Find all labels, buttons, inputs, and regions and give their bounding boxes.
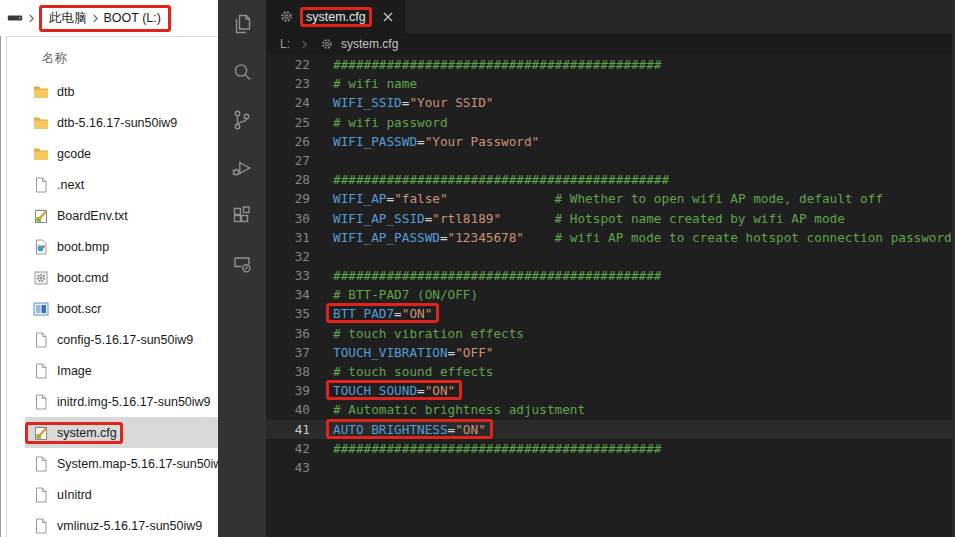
line-number: 31 — [266, 228, 310, 247]
source-control-icon[interactable] — [218, 96, 266, 144]
file-name: .next — [57, 178, 84, 192]
code-line-23[interactable]: 23# wifi name — [266, 74, 952, 93]
file-name: dtb-5.16.17-sun50iw9 — [57, 116, 177, 130]
screen: 此电脑 BOOT (L:) 名称 dtbdtb-5.16.17-sun50iw9… — [0, 0, 955, 537]
code-line-39[interactable]: 39TOUCH_SOUND="ON" — [266, 381, 952, 400]
line-number: 27 — [266, 151, 310, 170]
remote-icon[interactable] — [218, 240, 266, 288]
folder-icon — [33, 115, 49, 131]
code-line-22[interactable]: 22######################################… — [266, 55, 952, 74]
code-line-38[interactable]: 38# touch sound effects — [266, 362, 952, 381]
name-column-header[interactable]: 名称 — [42, 50, 67, 67]
line-number: 32 — [266, 247, 310, 266]
folder-icon — [33, 84, 49, 100]
file-row-vmlinuz-5-16-17-sun50iw9[interactable]: vmlinuz-5.16.17-sun50iw9 — [25, 510, 218, 537]
file-row-gcode[interactable]: gcode — [25, 138, 218, 169]
line-number: 41 — [266, 420, 310, 439]
line-number: 25 — [266, 113, 310, 132]
file-list: dtbdtb-5.16.17-sun50iw9gcode.nextBoardEn… — [0, 76, 218, 537]
file-name: gcode — [57, 147, 91, 161]
file-row-boot-cmd[interactable]: boot.cmd — [25, 262, 218, 293]
line-number: 23 — [266, 74, 310, 93]
file-icon — [33, 332, 49, 348]
file-row--next[interactable]: .next — [25, 169, 218, 200]
drive-icon — [7, 10, 23, 26]
file-name: initrd.img-5.16.17-sun50iw9 — [57, 395, 211, 409]
file-name: BoardEnv.txt — [57, 209, 128, 223]
explorer-address-bar[interactable]: 此电脑 BOOT (L:) — [0, 0, 218, 37]
gear-icon — [319, 36, 335, 52]
extensions-icon[interactable] — [218, 192, 266, 240]
file-row-boot-bmp[interactable]: boot.bmp — [25, 231, 218, 262]
run-debug-icon[interactable] — [218, 144, 266, 192]
code-line-30[interactable]: 30WIFI_AP_SSID="rtl8189" # Hotspot name … — [266, 209, 952, 228]
breadcrumb-drive[interactable]: L: — [280, 37, 290, 51]
gear-icon — [278, 9, 294, 25]
code-line-42[interactable]: 42######################################… — [266, 439, 952, 458]
file-row-dtb-5-16-17-sun50iw9[interactable]: dtb-5.16.17-sun50iw9 — [25, 107, 218, 138]
line-number: 38 — [266, 362, 310, 381]
breadcrumb: 此电脑 BOOT (L:) — [40, 6, 170, 31]
breadcrumb-file[interactable]: system.cfg — [341, 37, 398, 51]
tab-bar: system.cfg — [266, 0, 955, 33]
code-line-28[interactable]: 28######################################… — [266, 170, 952, 189]
code-line-40[interactable]: 40# Automatic brightness adjustment — [266, 400, 952, 419]
activity-bar — [218, 0, 266, 537]
code-line-34[interactable]: 34# BTT-PAD7 (ON/OFF) — [266, 285, 952, 304]
editor-breadcrumb: L: system.cfg — [266, 33, 955, 55]
code-area[interactable]: 22######################################… — [266, 55, 952, 537]
line-number: 30 — [266, 209, 310, 228]
close-icon[interactable] — [381, 10, 395, 24]
tab-label: system.cfg — [301, 8, 371, 26]
code-line-29[interactable]: 29WIFI_AP="false" # Whether to open wifi… — [266, 189, 952, 208]
editor-region: system.cfg L: system.cfg 22#############… — [266, 0, 955, 537]
file-name: system.cfg — [57, 426, 117, 440]
code-line-33[interactable]: 33######################################… — [266, 266, 952, 285]
line-number: 28 — [266, 170, 310, 189]
code-line-31[interactable]: 31WIFI_AP_PASSWD="12345678" # wifi AP mo… — [266, 228, 952, 247]
file-row-boardenv-txt[interactable]: BoardEnv.txt — [25, 200, 218, 231]
file-icon — [33, 456, 49, 472]
file-icon — [33, 518, 49, 534]
code-line-27[interactable]: 27 — [266, 151, 952, 170]
code-line-35[interactable]: 35BTT_PAD7="ON" — [266, 304, 952, 323]
code-line-43[interactable]: 43 — [266, 458, 952, 477]
file-row-system-cfg[interactable]: system.cfg — [25, 417, 218, 448]
file-icon — [33, 177, 49, 193]
tab-system-cfg[interactable]: system.cfg — [266, 0, 405, 33]
chevron-right-icon — [301, 40, 308, 49]
file-name: System.map-5.16.17-sun50iw — [57, 457, 218, 471]
code-line-41[interactable]: 41AUTO_BRIGHTNESS="ON" — [266, 420, 952, 439]
file-name: config-5.16.17-sun50iw9 — [57, 333, 193, 347]
file-row-initrd-img-5-16-17-sun50iw9[interactable]: initrd.img-5.16.17-sun50iw9 — [25, 386, 218, 417]
breadcrumb-boot-drive[interactable]: BOOT (L:) — [104, 11, 161, 25]
file-row-config-5-16-17-sun50iw9[interactable]: config-5.16.17-sun50iw9 — [25, 324, 218, 355]
file-row-boot-scr[interactable]: boot.scr — [25, 293, 218, 324]
search-icon[interactable] — [218, 48, 266, 96]
code-line-32[interactable]: 32 — [266, 247, 952, 266]
line-number: 34 — [266, 285, 310, 304]
code-line-25[interactable]: 25# wifi password — [266, 113, 952, 132]
code-line-37[interactable]: 37TOUCH_VIBRATION="OFF" — [266, 343, 952, 362]
file-name: boot.scr — [57, 302, 101, 316]
line-number: 26 — [266, 132, 310, 151]
line-number: 39 — [266, 381, 310, 400]
file-row-image[interactable]: Image — [25, 355, 218, 386]
file-row-dtb[interactable]: dtb — [25, 76, 218, 107]
chevron-right-icon — [92, 14, 99, 23]
files-icon[interactable] — [218, 0, 266, 48]
line-number: 22 — [266, 55, 310, 74]
file-row-uinitrd[interactable]: uInitrd — [25, 479, 218, 510]
breadcrumb-this-pc[interactable]: 此电脑 — [49, 10, 87, 27]
cmd-icon — [33, 270, 49, 286]
code-line-26[interactable]: 26WIFI_PASSWD="Your Password" — [266, 132, 952, 151]
notepad-icon — [33, 425, 49, 441]
file-name: Image — [57, 364, 92, 378]
line-number: 43 — [266, 458, 310, 477]
code-line-36[interactable]: 36# touch vibration effects — [266, 324, 952, 343]
line-number: 40 — [266, 400, 310, 419]
file-row-system-map-5-16-17-sun50iw[interactable]: System.map-5.16.17-sun50iw — [25, 448, 218, 479]
notepad-icon — [33, 208, 49, 224]
file-icon — [33, 363, 49, 379]
code-line-24[interactable]: 24WIFI_SSID="Your SSID" — [266, 93, 952, 112]
